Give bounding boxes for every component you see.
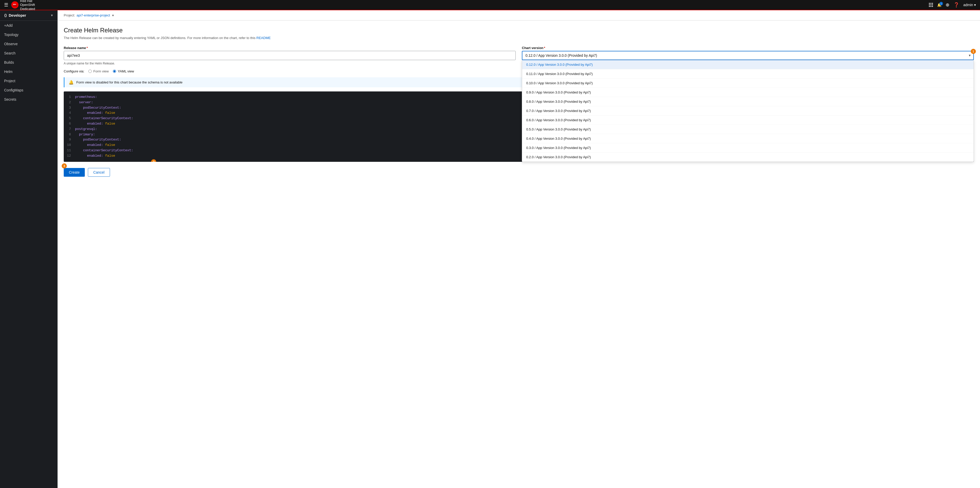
project-bar: Project: api7-enterprise-project ▼: [57, 10, 980, 21]
app-name-text: Red HatOpenShiftDedicated: [20, 0, 35, 11]
release-name-input[interactable]: [64, 51, 516, 60]
sidebar-item-secrets[interactable]: Secrets: [0, 95, 57, 104]
chart-version-select-container: ▼ 1 0.12.0 / App Version 3.0.0 (Provided…: [522, 51, 974, 60]
project-label: Project:: [64, 13, 75, 17]
main-layout: ⟨⟩ Developer ▼ +Add Topology Observe Sea…: [0, 10, 980, 488]
chart-version-dropdown[interactable]: 0.12.0 / App Version 3.0.0 (Provided by …: [522, 60, 974, 162]
redhat-logo-icon: RH: [11, 1, 19, 8]
notification-count: 1: [939, 2, 943, 5]
dropdown-item-3[interactable]: 0.9.0 / App Version 3.0.0 (Provided by A…: [522, 88, 974, 97]
sidebar-item-topology[interactable]: Topology: [0, 30, 57, 39]
form-view-radio[interactable]: [88, 70, 92, 73]
sidebar-item-configmaps[interactable]: ConfigMaps: [0, 86, 57, 95]
sidebar-item-project[interactable]: Project: [0, 76, 57, 86]
dropdown-item-1[interactable]: 0.11.0 / App Version 3.0.0 (Provided by …: [522, 69, 974, 79]
form-view-radio-label[interactable]: Form view: [88, 69, 109, 73]
context-label: Developer: [9, 13, 26, 17]
admin-menu[interactable]: admin ▾: [963, 3, 976, 7]
line-numbers: 1 2 3 4 5 6 7 8 9 10 11 12: [64, 91, 73, 162]
page-content: Create Helm Release The Helm Release can…: [57, 21, 980, 488]
cancel-button[interactable]: Cancel: [88, 168, 110, 177]
release-name-hint: A unique name for the Helm Release.: [64, 62, 516, 65]
dropdown-item-9[interactable]: 0.3.0 / App Version 3.0.0 (Provided by A…: [522, 143, 974, 153]
yaml-view-radio[interactable]: [113, 70, 116, 73]
create-button[interactable]: Create: [64, 168, 85, 177]
readme-link[interactable]: README: [256, 36, 271, 40]
content-area: Project: api7-enterprise-project ▼ Creat…: [57, 10, 980, 488]
top-nav: ☰ RH Red HatOpenShiftDedicated 🔔 1 ⊕ ❓ a…: [0, 0, 980, 10]
page-title: Create Helm Release: [64, 27, 974, 34]
code-icon: ⟨⟩: [4, 13, 7, 17]
top-nav-right: 🔔 1 ⊕ ❓ admin ▾: [929, 2, 976, 8]
info-message: Form view is disabled for this chart bec…: [76, 80, 183, 84]
release-name-label: Release name*: [64, 46, 516, 50]
dropdown-item-6[interactable]: 0.6.0 / App Version 3.0.0 (Provided by A…: [522, 116, 974, 125]
yaml-view-radio-label[interactable]: YAML view: [113, 69, 134, 73]
plus-icon[interactable]: ⊕: [945, 2, 950, 8]
dropdown-item-10[interactable]: 0.2.0 / App Version 3.0.0 (Provided by A…: [522, 153, 974, 162]
redhat-logo: RH Red HatOpenShiftDedicated: [11, 0, 35, 11]
chart-version-select[interactable]: [522, 51, 974, 60]
dropdown-item-4[interactable]: 0.8.0 / App Version 3.0.0 (Provided by A…: [522, 97, 974, 107]
svg-text:RH: RH: [13, 3, 16, 6]
sidebar-item-helm[interactable]: Helm: [0, 67, 57, 76]
info-icon: 🔔: [68, 80, 74, 85]
chart-version-label: Chart version*: [522, 46, 974, 50]
action-row: Create Cancel 3: [64, 166, 974, 177]
context-chevron-icon: ▼: [50, 14, 53, 17]
dropdown-item-0[interactable]: 0.12.0 / App Version 3.0.0 (Provided by …: [522, 60, 974, 69]
project-chevron-icon[interactable]: ▼: [111, 14, 115, 17]
project-name[interactable]: api7-enterprise-project: [76, 13, 110, 17]
release-name-group: Release name* A unique name for the Helm…: [64, 46, 516, 65]
sidebar-item-builds[interactable]: Builds: [0, 58, 57, 67]
page-description: The Helm Release can be created by manua…: [64, 36, 974, 40]
sidebar-item-observe[interactable]: Observe: [0, 39, 57, 49]
notifications-bell[interactable]: 🔔 1: [937, 3, 942, 7]
sidebar: ⟨⟩ Developer ▼ +Add Topology Observe Sea…: [0, 10, 57, 488]
hamburger-icon[interactable]: ☰: [4, 2, 8, 8]
chart-version-group: Chart version* ▼ 1 0.12.0 / App Version …: [522, 46, 974, 60]
sidebar-item-add[interactable]: +Add: [0, 21, 57, 30]
configure-via-label: Configure via:: [64, 69, 84, 73]
dropdown-item-2[interactable]: 0.10.0 / App Version 3.0.0 (Provided by …: [522, 79, 974, 88]
context-switcher[interactable]: ⟨⟩ Developer ▼: [0, 10, 57, 21]
sidebar-item-search[interactable]: Search: [0, 49, 57, 58]
create-badge: 3: [62, 163, 67, 168]
top-nav-left: ☰ RH Red HatOpenShiftDedicated: [4, 0, 35, 11]
chart-version-badge: 1: [971, 49, 976, 54]
dropdown-item-5[interactable]: 0.7.0 / App Version 3.0.0 (Provided by A…: [522, 107, 974, 116]
form-main-row: Release name* A unique name for the Helm…: [64, 46, 974, 65]
context-left: ⟨⟩ Developer: [4, 13, 26, 17]
grid-icon[interactable]: [929, 3, 933, 7]
help-icon[interactable]: ❓: [953, 2, 959, 8]
dropdown-item-7[interactable]: 0.5.0 / App Version 3.0.0 (Provided by A…: [522, 125, 974, 134]
dropdown-item-8[interactable]: 0.4.0 / App Version 3.0.0 (Provided by A…: [522, 134, 974, 143]
